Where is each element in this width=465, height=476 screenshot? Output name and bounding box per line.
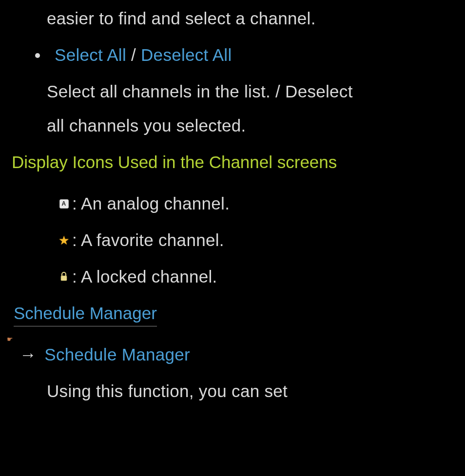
bullet-desc-line1: Select all channels in the list. / Desel… <box>12 82 453 101</box>
favorite-icon: ★ <box>57 234 71 247</box>
intro-fragment-text: easier to find and select a channel. <box>12 9 453 28</box>
bullet-dot-icon <box>35 53 40 58</box>
schedule-section-wrap: ☛ Schedule Manager <box>12 304 453 345</box>
icon-row-favorite: ★ : A favorite channel. <box>12 230 453 250</box>
favorite-desc-text: : A favorite channel. <box>72 230 224 250</box>
svg-rect-0 <box>61 276 67 281</box>
locked-desc-text: : A locked channel. <box>72 267 217 286</box>
deselect-all-option[interactable]: Deselect All <box>141 45 232 64</box>
star-icon: ★ <box>58 234 69 247</box>
analog-badge-icon: A <box>59 199 69 209</box>
arrow-right-icon: → <box>19 345 37 364</box>
bullet-select-all-row: Select All / Deselect All <box>12 45 453 65</box>
analog-icon: A <box>57 199 71 209</box>
schedule-body-text: Using this function, you can set <box>12 381 453 401</box>
locked-icon <box>57 271 71 283</box>
icon-row-locked: : A locked channel. <box>12 267 453 286</box>
schedule-manager-nav[interactable]: Schedule Manager <box>44 345 190 364</box>
schedule-nav-row: → Schedule Manager <box>12 345 453 364</box>
analog-desc-text: : An analog channel. <box>72 194 230 213</box>
icons-section-heading: Display Icons Used in the Channel screen… <box>12 152 453 172</box>
select-all-option[interactable]: Select All <box>55 45 126 64</box>
lock-icon <box>60 271 68 283</box>
bullet-desc-line2: all channels you selected. <box>12 116 453 135</box>
icon-row-analog: A : An analog channel. <box>12 194 453 213</box>
schedule-manager-title[interactable]: Schedule Manager <box>14 304 157 326</box>
option-separator: / <box>126 45 141 64</box>
pointer-icon: ☛ <box>7 335 13 343</box>
